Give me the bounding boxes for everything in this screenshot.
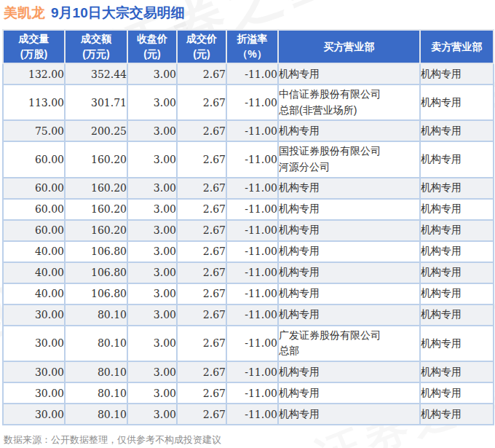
cell-volume: 30.00 [3,361,65,382]
cell-seller: 机构专用 [420,220,494,241]
cell-close-price: 3.00 [127,63,177,85]
cell-buyer: 机构专用 [278,304,420,326]
cell-volume: 40.00 [3,241,65,262]
cell-amount: 200.25 [65,120,127,141]
column-header-close-price: 收盘价 (元) [127,30,177,63]
cell-amount: 106.80 [65,283,127,304]
cell-premium-rate: -11.00 [226,361,278,382]
cell-premium-rate: -11.00 [226,178,278,199]
cell-premium-rate: -11.00 [226,220,278,241]
cell-amount: 80.10 [65,326,127,361]
cell-close-price: 3.00 [127,361,177,382]
cell-seller: 机构专用 [420,326,494,361]
cell-trade-price: 2.67 [177,199,226,220]
cell-amount: 160.20 [65,220,127,241]
cell-trade-price: 2.67 [177,63,226,85]
cell-premium-rate: -11.00 [226,120,278,141]
cell-premium-rate: -11.00 [226,63,278,85]
table-row: 75.00 200.25 3.00 2.67 -11.00 机构专用 机构专用 [3,120,494,141]
cell-buyer: 机构专用 [278,241,420,262]
cell-amount: 352.44 [65,63,127,85]
cell-premium-rate: -11.00 [226,199,278,220]
cell-volume: 60.00 [3,141,65,177]
cell-buyer: 机构专用 [278,404,420,425]
cell-trade-price: 2.67 [177,361,226,382]
column-header-seller: 卖方营业部 [420,30,494,63]
cell-seller: 机构专用 [420,262,494,283]
table-row: 60.00 160.20 3.00 2.67 -11.00 机构专用 机构专用 [3,220,494,241]
cell-premium-rate: -11.00 [226,326,278,361]
table-row: 40.00 106.80 3.00 2.67 -11.00 机构专用 机构专用 [3,262,494,283]
table-row: 30.00 80.10 3.00 2.67 -11.00 机构专用 机构专用 [3,404,494,425]
cell-seller: 机构专用 [420,141,494,177]
cell-close-price: 3.00 [127,199,177,220]
table-row: 60.00 160.20 3.00 2.67 -11.00 机构专用 机构专用 [3,178,494,199]
table-row: 60.00 160.20 3.00 2.67 -11.00 国投证券股份有限公司… [3,141,494,177]
cell-seller: 机构专用 [420,120,494,141]
cell-close-price: 3.00 [127,120,177,141]
cell-volume: 60.00 [3,220,65,241]
cell-buyer: 机构专用 [278,199,420,220]
cell-premium-rate: -11.00 [226,241,278,262]
cell-trade-price: 2.67 [177,262,226,283]
cell-close-price: 3.00 [127,220,177,241]
cell-seller: 机构专用 [420,199,494,220]
cell-trade-price: 2.67 [177,241,226,262]
cell-trade-price: 2.67 [177,304,226,326]
cell-buyer: 机构专用 [278,262,420,283]
cell-amount: 106.80 [65,262,127,283]
cell-premium-rate: -11.00 [226,85,278,120]
table-row: 30.00 80.10 3.00 2.67 -11.00 机构专用 机构专用 [3,361,494,382]
cell-premium-rate: -11.00 [226,404,278,425]
cell-seller: 机构专用 [420,361,494,382]
cell-buyer: 机构专用 [278,382,420,404]
cell-buyer: 中信证券股份有限公司 总部(非营业场所) [278,85,420,120]
cell-buyer: 国投证券股份有限公司 河源分公司 [278,141,420,177]
cell-volume: 30.00 [3,326,65,361]
cell-volume: 40.00 [3,283,65,304]
cell-seller: 机构专用 [420,283,494,304]
table-row: 132.00 352.44 3.00 2.67 -11.00 机构专用 机构专用 [3,63,494,85]
cell-volume: 30.00 [3,304,65,326]
column-header-premium: 折溢率 （%） [226,30,278,63]
cell-premium-rate: -11.00 [226,283,278,304]
cell-premium-rate: -11.00 [226,141,278,177]
table-row: 60.00 160.20 3.00 2.67 -11.00 机构专用 机构专用 [3,199,494,220]
cell-volume: 30.00 [3,382,65,404]
cell-close-price: 3.00 [127,382,177,404]
table-header: 成交量 (万股) 成交额 (万元) 收盘价 (元) 成交价 (元) 折溢率 （%… [3,30,494,63]
trade-table-body: 132.00 352.44 3.00 2.67 -11.00 机构专用 机构专用… [3,63,494,425]
cell-close-price: 3.00 [127,283,177,304]
table-row: 30.00 80.10 3.00 2.67 -11.00 机构专用 机构专用 [3,382,494,404]
cell-volume: 113.00 [3,85,65,120]
cell-trade-price: 2.67 [177,404,226,425]
cell-premium-rate: -11.00 [226,262,278,283]
data-source-note: 数据来源：公开数据整理，仅供参考不构成投资建议 [4,433,221,447]
block-trade-table: 成交量 (万股) 成交额 (万元) 收盘价 (元) 成交价 (元) 折溢率 （%… [2,29,494,425]
cell-trade-price: 2.67 [177,141,226,177]
table-row: 40.00 106.80 3.00 2.67 -11.00 机构专用 机构专用 [3,241,494,262]
cell-seller: 机构专用 [420,85,494,120]
cell-amount: 80.10 [65,404,127,425]
cell-volume: 60.00 [3,199,65,220]
cell-trade-price: 2.67 [177,283,226,304]
cell-buyer: 机构专用 [278,361,420,382]
cell-amount: 160.20 [65,199,127,220]
cell-amount: 106.80 [65,241,127,262]
cell-close-price: 3.00 [127,304,177,326]
cell-close-price: 3.00 [127,241,177,262]
cell-seller: 机构专用 [420,63,494,85]
cell-trade-price: 2.67 [177,382,226,404]
table-row: 30.00 80.10 3.00 2.67 -11.00 广发证券股份有限公司 … [3,326,494,361]
cell-seller: 机构专用 [420,178,494,199]
cell-volume: 132.00 [3,63,65,85]
cell-buyer: 机构专用 [278,178,420,199]
table-row: 40.00 106.80 3.00 2.67 -11.00 机构专用 机构专用 [3,283,494,304]
cell-close-price: 3.00 [127,141,177,177]
cell-volume: 75.00 [3,120,65,141]
cell-close-price: 3.00 [127,178,177,199]
cell-close-price: 3.00 [127,85,177,120]
cell-trade-price: 2.67 [177,326,226,361]
column-header-amount: 成交额 (万元) [65,30,127,63]
cell-amount: 160.20 [65,178,127,199]
